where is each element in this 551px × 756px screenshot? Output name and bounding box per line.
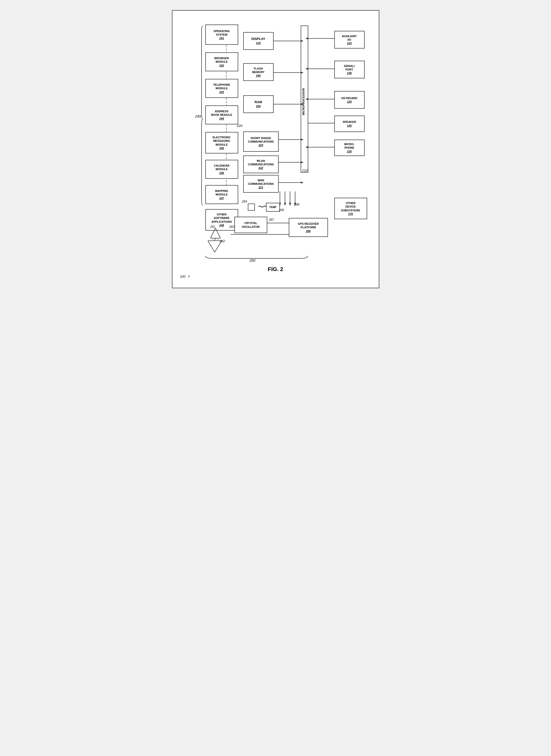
svg-marker-16	[306, 68, 308, 70]
svg-marker-30	[301, 161, 304, 163]
label-260: 260	[249, 258, 255, 262]
label-268: 268	[294, 203, 300, 206]
brace-249-label: 249	[195, 114, 201, 118]
telephone-box: TELEPHONE MODULE 243	[205, 79, 238, 98]
label-263: 263	[229, 225, 234, 228]
svg-marker-27	[301, 138, 304, 141]
svg-marker-39	[289, 203, 291, 206]
auxiliary-io-box: AUXILIARY I/O 233	[334, 31, 365, 49]
figure-label: FIG. 2	[180, 266, 371, 272]
calendar-box: CALENDAR MODULE 246	[205, 160, 238, 179]
os-box: OPERATING SYSTEM 241	[205, 25, 238, 45]
browser-box: BROWSER MODULE 242	[205, 52, 238, 71]
diagram-container: MICROPROCESSOR	[180, 18, 371, 261]
serial-port-box: SERIAL/ PORT 236	[334, 61, 365, 78]
mapping-box: MAPPING MODULE 247	[205, 185, 238, 204]
antenna-261-icon	[210, 228, 220, 239]
svg-marker-11	[301, 103, 304, 105]
fig-ref-label: 100	[180, 274, 185, 278]
label-220: 220	[237, 124, 242, 128]
crystal-input-box	[248, 203, 255, 211]
svg-marker-5	[301, 40, 304, 42]
keyboard-box: KEYBOARD 120	[334, 91, 365, 109]
svg-marker-32	[301, 181, 304, 183]
temp-box: TEMP	[266, 203, 280, 212]
antenna-262-icon	[208, 239, 222, 253]
label-210: 210	[302, 169, 308, 172]
gps-receiver-box: GPS RECEIVER PLATFORM 266	[289, 218, 328, 237]
svg-rect-1	[301, 26, 308, 172]
electronic-msg-box: ELECTRONIC MESSAGING MODULE 245	[205, 132, 238, 153]
fig-ref-arrow: ↗	[187, 274, 190, 278]
svg-marker-38	[284, 203, 286, 206]
page: MICROPROCESSOR	[172, 10, 379, 288]
other-subsystems-box: OTHER DEVICE SUBSYSTEMS 270	[334, 198, 367, 219]
svg-marker-24	[306, 146, 308, 148]
label-265: 265	[279, 208, 284, 212]
svg-text:MICROPROCESSOR: MICROPROCESSOR	[302, 88, 305, 115]
wan-box: WAN COMMUNICATIONS 221	[243, 175, 279, 193]
crystal-osc-box: CRYSTAL OSCILLATOR	[234, 217, 267, 233]
wlan-box: WLAN COMMUNICATIONS 222	[243, 155, 279, 173]
svg-marker-19	[306, 98, 308, 100]
svg-marker-47	[210, 228, 220, 238]
display-box: DISPLAY 110	[243, 32, 273, 50]
label-264: 264	[242, 200, 247, 203]
svg-marker-8	[301, 72, 304, 74]
svg-marker-13	[306, 37, 308, 39]
label-267: 267	[269, 218, 274, 221]
flash-memory-box: FLASH MEMORY 240	[243, 63, 273, 81]
svg-marker-49	[208, 241, 222, 252]
short-range-box: SHORT RANGE COMMUNICATIONS 223	[243, 131, 279, 152]
speaker-box: SPEAKER 140	[334, 115, 365, 132]
microphone-box: MICRO- PHONE 235	[334, 140, 365, 156]
ram-box: RAM 250	[243, 95, 273, 113]
address-book-box: ADDRESS BOOK MODULE 244	[205, 105, 238, 124]
